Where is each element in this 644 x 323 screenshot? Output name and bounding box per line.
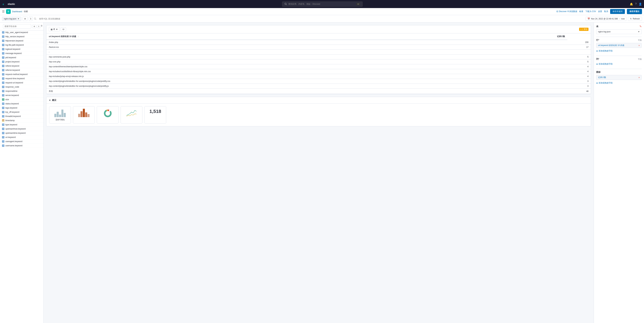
- field-item-log-file-path[interactable]: f log.file.path.keyword: [0, 43, 44, 47]
- discover-link[interactable]: 在 Discover 中浏览数据: [556, 10, 577, 13]
- field-search-input[interactable]: [3, 24, 31, 29]
- news-icon[interactable]: 🔔: [630, 3, 633, 6]
- url-cell: /wp-content/plugins/kindeditor-for-wordp…: [46, 79, 567, 84]
- field-item-request-uri[interactable]: f request-uri.keyword: [0, 81, 44, 85]
- refresh-label: Refresh: [633, 18, 640, 20]
- field-name: referer.keyword: [5, 65, 19, 67]
- add-col-label: 添加或拖放字段: [598, 63, 613, 66]
- info-icon: ℹ: [30, 18, 31, 20]
- refresh-button[interactable]: ↻ Refresh: [628, 17, 642, 21]
- hamburger-menu[interactable]: ☰: [2, 10, 5, 14]
- field-item-uri[interactable]: f uri.keyword: [0, 135, 44, 139]
- field-item-referer[interactable]: f referer.keyword: [0, 64, 44, 68]
- table-edit-icon[interactable]: ✎: [640, 25, 642, 28]
- kql-input[interactable]: [38, 17, 584, 21]
- count-column-header[interactable]: 记录计数: [544, 33, 567, 40]
- table-icon: ▦: [51, 28, 52, 31]
- field-item-size[interactable]: f size: [0, 98, 44, 102]
- save-return-button[interactable]: 保存并返回: [610, 9, 625, 14]
- suggestions-collapse-icon: ▼: [49, 99, 51, 102]
- suggestion-card-colored-bar[interactable]: [73, 106, 95, 124]
- add-row-field-button[interactable]: ⊕ 添加或拖放字段: [596, 49, 613, 53]
- field-item-useragent[interactable]: f useragent.keyword: [0, 139, 44, 144]
- user-icon[interactable]: 👤: [639, 3, 642, 6]
- field-item-tags[interactable]: f tags.keyword: [0, 106, 44, 110]
- field-type-badge: f: [2, 44, 4, 46]
- url-cell: /wp-content/plugins/kindeditor-for-wordp…: [46, 84, 567, 89]
- field-item-type[interactable]: f type.keyword: [0, 123, 44, 127]
- table-row: /wp-cron.php 5: [46, 59, 591, 64]
- field-item-threadid[interactable]: f threadid.keyword: [0, 114, 44, 118]
- download-csv-link[interactable]: 下载为 CSV: [585, 10, 596, 13]
- suggestion-card-bar[interactable]: 适前可视化: [49, 106, 71, 124]
- count-cell: 3: [567, 79, 591, 84]
- filter-info-button[interactable]: ℹ: [29, 17, 33, 21]
- breadcrumb-dashboard[interactable]: Dashboard: [12, 11, 22, 13]
- metric-tag[interactable]: 记录计数 ×: [596, 75, 642, 80]
- suggestion-card-donut[interactable]: [97, 106, 118, 124]
- field-settings-button[interactable]: ℹ: [37, 25, 40, 28]
- index-pattern-selector[interactable]: nginx-log-json ▼: [2, 17, 21, 21]
- viz-panel-toolbar: ▦ 表 ▼ ⛁: [49, 27, 66, 32]
- table-label: 表: [53, 28, 55, 31]
- table-body: /index.php 200 /favicon.ico 17 - /wp-: [46, 40, 591, 94]
- metric-value: 1,518: [150, 109, 161, 114]
- svg-point-8: [105, 110, 111, 116]
- suggestion-card-line[interactable]: [120, 106, 142, 124]
- inspect-filter-button[interactable]: ⛁: [61, 27, 66, 31]
- url-column-header[interactable]: url.keyword 的排名前 10 的值 ↕: [46, 33, 544, 40]
- field-item-upstreamhost[interactable]: f upstreamhost.keyword: [0, 127, 44, 131]
- field-name: log.file.path.keyword: [5, 44, 24, 46]
- field-item-request-method[interactable]: f request-method.keyword: [0, 72, 44, 77]
- table-row: /index.php 200: [46, 40, 591, 45]
- field-item-upstreamtime[interactable]: f upstreamtime.keyword: [0, 131, 44, 135]
- table-index-dropdown[interactable]: nginx-log-json ▼: [596, 29, 642, 34]
- field-item-server[interactable]: f server.keyword: [0, 93, 44, 98]
- settings-link[interactable]: 设置: [598, 10, 602, 13]
- field-item-status[interactable]: f status.keyword: [0, 102, 44, 106]
- field-item-request-time[interactable]: f request-time.keyword: [0, 77, 44, 81]
- url-cell: /wp-comments-post.php: [46, 55, 567, 59]
- table-section-header: 表 ✎: [596, 25, 642, 28]
- field-item-referrer[interactable]: f referrer.keyword: [0, 68, 44, 72]
- table-view-button[interactable]: ▦ 表 ▼: [49, 27, 60, 32]
- filter-icon: ⛁: [62, 28, 64, 31]
- field-item-http-version[interactable]: f http_version.keyword: [0, 35, 44, 39]
- field-item-response-code[interactable]: f response_code: [0, 85, 44, 89]
- elastic-logo[interactable]: e elastic: [2, 2, 15, 6]
- metric-tag-remove-button[interactable]: ×: [638, 76, 640, 79]
- suggestion-card-metric[interactable]: 1,518: [144, 106, 166, 124]
- rows-section-header: 行° 可选: [596, 39, 642, 42]
- panel-divider-1: [596, 37, 642, 37]
- suggestions-header[interactable]: ▼ 建议: [46, 97, 591, 104]
- top-search-input[interactable]: 查找应用、内容等。例如：Discover ⌘/: [282, 2, 362, 7]
- field-item-timestamp[interactable]: 📅 timestamp: [0, 118, 44, 123]
- field-item-username[interactable]: f username.keyword: [0, 144, 44, 148]
- field-type-badge: f: [2, 40, 4, 42]
- row-tag[interactable]: url.keyword 的排名前 10 的值 ×: [596, 43, 642, 48]
- field-type-badge: f: [2, 48, 4, 50]
- field-item-tcp-xff[interactable]: f tcp_xff.keyword: [0, 110, 44, 114]
- field-item-pid[interactable]: f pid.keyword: [0, 56, 44, 60]
- data-table: url.keyword 的排名前 10 的值 ↕ 记录计数 /index.php…: [46, 33, 591, 94]
- save-button[interactable]: 保存并退出: [627, 9, 642, 14]
- field-item-loglevel[interactable]: f loglevel.keyword: [0, 47, 44, 51]
- row-tag-remove-button[interactable]: ×: [638, 44, 640, 47]
- suggestions-panel: ▼ 建议 适前可视化: [46, 97, 591, 126]
- field-item-responsetime[interactable]: f responsetime: [0, 89, 44, 93]
- add-filter-button[interactable]: ⊕: [23, 17, 28, 21]
- add-col-field-button[interactable]: ⊕ 添加或拖放字段: [596, 62, 613, 66]
- suggestions-title: 建议: [52, 99, 56, 102]
- add-metric-field-button[interactable]: ⊕ 添加或拖放字段: [596, 81, 613, 85]
- field-item-project[interactable]: f project.keyword: [0, 60, 44, 64]
- field-item-httpversion[interactable]: f httpversion.keyword: [0, 39, 44, 43]
- inspect-link[interactable]: 检查: [579, 10, 583, 13]
- add-icon-col: ⊕: [596, 63, 598, 65]
- field-item-http-user-agent[interactable]: f http_user_agent.keyword: [0, 30, 44, 35]
- help-icon[interactable]: ?: [635, 3, 636, 6]
- time-range-picker[interactable]: 📅 Nov 24, 2022 @ 22:49:41.586 → now: [586, 17, 626, 21]
- field-filter-button[interactable]: ⊕: [32, 25, 36, 28]
- field-item-message[interactable]: f message.keyword: [0, 51, 44, 56]
- cancel-link[interactable]: 取消: [604, 10, 608, 13]
- url-cell: /wp-cron.php: [46, 59, 567, 64]
